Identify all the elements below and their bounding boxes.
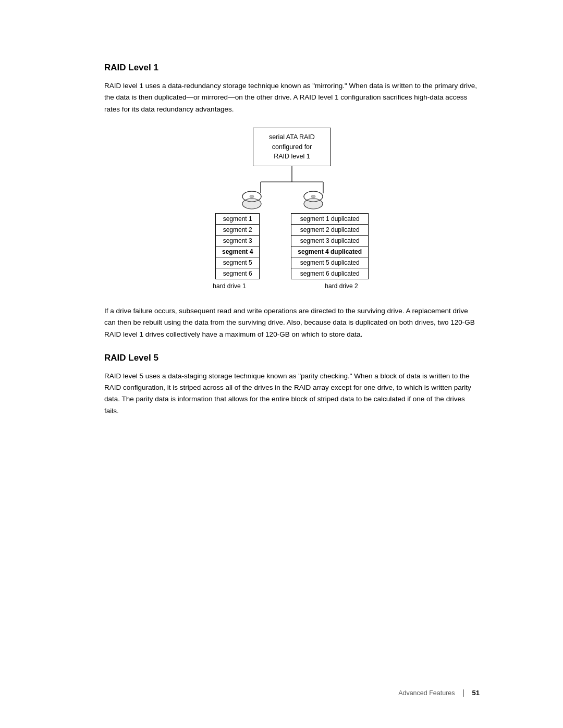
- drive-left-icon: [242, 191, 261, 209]
- page-content: RAID Level 1 RAID level 1 uses a data-re…: [0, 0, 563, 482]
- after-diagram-paragraph: If a drive failure occurs, subsequent re…: [104, 305, 480, 340]
- page-footer: Advanced Features 51: [398, 689, 480, 697]
- table-row: segment 2: [215, 225, 259, 236]
- table-row: segment 3: [215, 236, 259, 246]
- drive-right-icon: [304, 191, 323, 209]
- segments-table-left: segment 1segment 2segment 3segment 4segm…: [215, 213, 260, 279]
- table-row: segment 6: [215, 268, 259, 279]
- table-row: segment 1: [215, 214, 259, 225]
- table-row: segment 6 duplicated: [291, 268, 369, 279]
- segments-table-right: segment 1 duplicatedsegment 2 duplicated…: [291, 213, 369, 279]
- raid5-paragraph: RAID level 5 uses a data-staging storage…: [104, 371, 480, 417]
- table-row: segment 3 duplicated: [291, 236, 369, 246]
- table-row: segment 5: [215, 257, 259, 268]
- table-row: segment 4: [215, 246, 259, 257]
- raid1-paragraph: RAID level 1 uses a data-redundancy stor…: [104, 80, 480, 115]
- raid5-heading: RAID Level 5: [104, 353, 480, 363]
- table-row: segment 1 duplicated: [291, 214, 369, 225]
- drive-label-1: hard drive 1: [195, 282, 263, 290]
- raid1-heading: RAID Level 1: [104, 63, 480, 73]
- table-row: segment 4 duplicated: [291, 246, 369, 257]
- raid-diagram: serial ATA RAIDconfigured forRAID level …: [104, 128, 480, 290]
- footer-page-number: 51: [472, 689, 480, 697]
- svg-point-8: [250, 195, 254, 198]
- drive-label-2: hard drive 2: [295, 282, 388, 290]
- raid-box-text: serial ATA RAIDconfigured forRAID level …: [269, 133, 315, 161]
- table-row: segment 5 duplicated: [291, 257, 369, 268]
- raid-box: serial ATA RAIDconfigured forRAID level …: [253, 128, 331, 166]
- footer-section-label: Advanced Features: [398, 689, 455, 697]
- drives-illustration: [209, 166, 375, 213]
- drive-labels: hard drive 1 hard drive 2: [195, 282, 388, 290]
- footer-divider: [463, 689, 464, 697]
- table-row: segment 2 duplicated: [291, 225, 369, 236]
- segments-area: segment 1segment 2segment 3segment 4segm…: [215, 213, 369, 279]
- svg-point-13: [311, 195, 315, 198]
